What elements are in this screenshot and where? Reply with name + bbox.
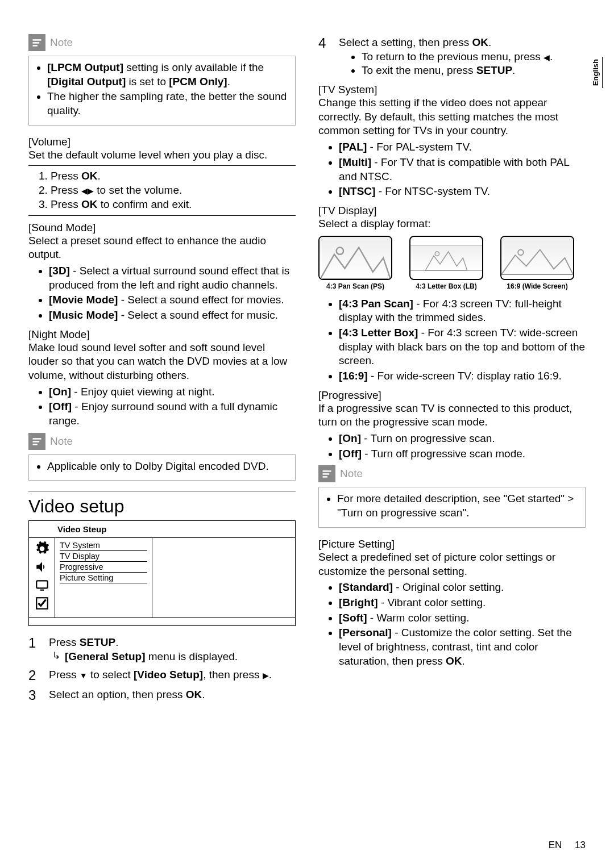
note-item: The higher the sampling rate, the better… (47, 90, 287, 118)
step-substep: [General Setup] menu is displayed. (49, 650, 296, 664)
mountain-icon (320, 237, 391, 279)
divider (28, 165, 296, 166)
left-arrow-icon (544, 51, 550, 62)
svg-point-10 (435, 252, 439, 256)
menu-icon-column (29, 538, 55, 617)
step-sub: To exit the menu, press SETUP. (362, 64, 586, 78)
svg-rect-14 (323, 477, 327, 478)
right-arrow-icon (263, 669, 269, 681)
step-1: Press SETUP. [General Setup] menu is dis… (28, 634, 296, 663)
progressive-heading: [Progressive] (318, 389, 586, 402)
menu-title: Video Steup (29, 521, 295, 538)
night-mode-options: [On] - Enjoy quiet viewing at night. [Of… (28, 385, 296, 428)
option: [4:3 Letter Box] - For 4:3 screen TV: wi… (339, 326, 586, 368)
menu-item: TV Display (60, 551, 147, 562)
page-footer: EN 13 (549, 840, 586, 851)
option: [Personal] - Customize the color setting… (339, 626, 586, 668)
picture-setting-options: [Standard] - Original color setting. [Br… (318, 581, 586, 668)
note-icon (28, 433, 45, 450)
option: [Multi] - For TV that is compatible with… (339, 156, 586, 183)
option: [Music Mode] - Select a sound effect for… (49, 308, 296, 323)
option: [3D] - Select a virtual surround sound e… (49, 264, 296, 292)
note-title: Note (340, 468, 363, 480)
note-item: For more detailed description, see "Get … (337, 492, 577, 520)
step-4-block: Select a setting, then press OK. To retu… (318, 34, 586, 78)
svg-rect-2 (33, 45, 38, 47)
tv-display-desc: Select a display format: (318, 217, 586, 231)
tv-system-options: [PAL] - For PAL-system TV. [Multi] - For… (318, 140, 586, 199)
tv-display-heading: [TV Display] (318, 205, 586, 217)
tv-label: 16:9 (Wide Screen) (500, 282, 574, 290)
svg-rect-3 (33, 438, 42, 440)
menu-footer (29, 617, 295, 625)
svg-rect-5 (33, 444, 38, 445)
progressive-desc: If a progressive scan TV is connected to… (318, 402, 586, 429)
gear-icon (35, 541, 49, 556)
note-item: [LPCM Output] setting is only available … (47, 61, 287, 89)
menu-item: Picture Setting (60, 573, 147, 583)
svg-point-11 (518, 249, 524, 255)
option: [Movie Mode] - Select a sound effect for… (49, 293, 296, 307)
note-body: [LPCM Output] setting is only available … (29, 56, 295, 125)
step: 2. Press to set the volume. (39, 183, 296, 198)
tv-pan-scan: 4:3 Pan Scan (PS) (318, 236, 392, 290)
speaker-icon (35, 560, 49, 574)
option: [NTSC] - For NTSC-system TV. (339, 185, 586, 199)
checkbox-icon (35, 596, 49, 611)
step-2: Press to select [Video Setup], then pres… (28, 666, 296, 684)
language-tab: English (591, 57, 603, 88)
left-arrow-icon (81, 184, 88, 196)
option: [Soft] - Warm color setting. (339, 611, 586, 625)
note-box-progressive: Note For more detailed description, see … (318, 465, 586, 527)
page-content: Note [LPCM Output] setting is only avail… (0, 0, 614, 729)
option: [Off] - Turn off progressive scan mode. (339, 447, 586, 461)
footer-page-number: 13 (575, 840, 586, 850)
footer-lang: EN (549, 840, 562, 850)
note-box-dolby: Note Applicable only to Dolby Digital en… (28, 433, 296, 481)
option: [Off] - Enjoy surround sound with a full… (49, 400, 296, 428)
svg-point-9 (337, 247, 343, 254)
divider (28, 215, 296, 216)
menu-item: TV System (60, 540, 147, 551)
tv-display-options: [4:3 Pan Scan] - For 4:3 screen TV: full… (318, 297, 586, 383)
video-setup-steps: Press SETUP. [General Setup] menu is dis… (28, 634, 296, 704)
monitor-icon (35, 578, 49, 592)
option: [16:9] - For wide-screen TV: display rat… (339, 369, 586, 383)
option: [On] - Enjoy quiet viewing at night. (49, 385, 296, 399)
note-box-lpcm: Note [LPCM Output] setting is only avail… (28, 34, 296, 126)
option: [4:3 Pan Scan] - For 4:3 screen TV: full… (339, 297, 586, 325)
step: 1. Press OK. (39, 169, 296, 183)
step-sub: To return to the previous menu, press . (362, 50, 586, 64)
sound-mode-desc: Select a preset sound effect to enhance … (28, 234, 296, 262)
mountain-icon (410, 245, 482, 270)
tv-system-desc: Change this setting if the video does no… (318, 96, 586, 138)
svg-rect-13 (323, 474, 330, 475)
night-mode-heading: [Night Mode] (28, 328, 296, 341)
picture-setting-desc: Select a predefined set of picture color… (318, 550, 586, 578)
svg-rect-0 (33, 39, 42, 41)
note-title: Note (50, 36, 73, 49)
step: 3. Press OK to confirm and exit. (39, 198, 296, 212)
menu-values (152, 538, 295, 617)
video-setup-menu: Video Steup TV System TV Display Progres… (28, 520, 296, 626)
sound-mode-heading: [Sound Mode] (28, 222, 296, 234)
option: [PAL] - For PAL-system TV. (339, 140, 586, 155)
progressive-options: [On] - Turn on progressive scan. [Off] -… (318, 432, 586, 461)
menu-item: Progressive (60, 562, 147, 573)
menu-items: TV System TV Display Progressive Picture… (55, 538, 152, 617)
night-mode-desc: Make loud sound level softer and soft so… (28, 341, 296, 383)
svg-rect-12 (323, 471, 331, 473)
tv-system-heading: [TV System] (318, 84, 586, 96)
note-icon (28, 34, 45, 51)
note-icon (318, 465, 335, 482)
down-arrow-icon (80, 669, 88, 681)
tv-wide-screen: 16:9 (Wide Screen) (500, 236, 574, 290)
tv-letter-box: 4:3 Letter Box (LB) (409, 236, 483, 290)
section-divider (28, 491, 296, 491)
tv-label: 4:3 Letter Box (LB) (409, 282, 483, 290)
svg-rect-4 (33, 441, 40, 443)
note-item: Applicable only to Dolby Digital encoded… (47, 460, 287, 474)
mountain-icon (501, 237, 573, 279)
right-column: Select a setting, then press OK. To retu… (318, 34, 586, 706)
svg-rect-7 (40, 590, 44, 591)
